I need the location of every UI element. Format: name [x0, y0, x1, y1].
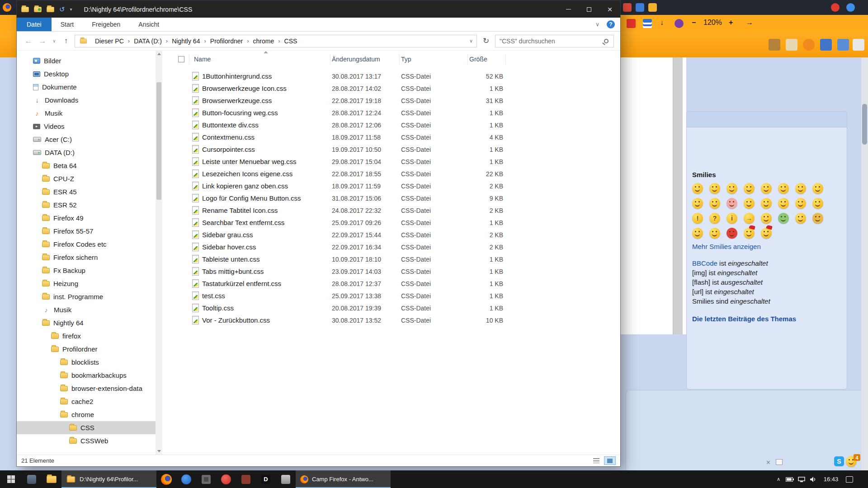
smiley-icon[interactable] [761, 213, 772, 224]
breadcrumb-item[interactable]: Profilordner [207, 38, 246, 45]
recent-locations-chevron-icon[interactable]: ∨ [51, 38, 57, 43]
toolbar-button-icon[interactable] [786, 39, 797, 51]
file-row[interactable]: Vor - Zurückbutton.css30.08.2017 13:52CS… [173, 314, 620, 326]
file-row[interactable]: Tabs mittig+bunt.css23.09.2017 14:03CSS-… [173, 265, 620, 277]
folder-check-icon[interactable] [34, 7, 42, 12]
smiley-icon[interactable] [812, 198, 823, 209]
smiley-icon[interactable] [795, 213, 806, 224]
extension-icon[interactable] [636, 3, 644, 12]
file-row[interactable]: Cursorpointer.css19.09.2017 10:50CSS-Dat… [173, 143, 620, 155]
file-row[interactable]: test.css25.09.2017 13:38CSS-Datei1 KB [173, 290, 620, 302]
download-arrow-icon[interactable]: ↓ [660, 19, 664, 27]
taskbar-task-firefox[interactable]: Camp Firefox - Antwo... [296, 470, 391, 488]
adblock-icon[interactable] [627, 19, 636, 28]
action-center-icon[interactable] [843, 476, 856, 483]
scroll-down-icon[interactable] [157, 450, 161, 452]
file-explorer-icon[interactable] [42, 470, 61, 488]
file-row[interactable]: Tableiste unten.css10.09.2017 18:10CSS-D… [173, 253, 620, 265]
tree-item[interactable]: Dokumente [17, 80, 156, 94]
smiley-icon[interactable] [744, 198, 755, 209]
tree-item[interactable]: bookmarkbackups [17, 369, 156, 382]
tree-item[interactable]: cache2 [17, 395, 156, 408]
scroll-up-icon[interactable] [157, 53, 161, 55]
smiley-icon[interactable] [761, 183, 772, 194]
extension-icon[interactable] [648, 3, 657, 12]
extension-icon[interactable] [846, 3, 855, 12]
minimize-button[interactable] [558, 1, 579, 18]
panel-scrollbar[interactable] [673, 57, 683, 334]
maximize-button[interactable] [579, 1, 599, 18]
tray-expand-chevron-icon[interactable]: ∧ [773, 476, 784, 482]
breadcrumb-item[interactable]: DATA (D:) [131, 38, 165, 45]
app-icon[interactable] [216, 470, 236, 488]
breadcrumb-item[interactable]: Dieser PC [92, 38, 127, 45]
tree-item[interactable]: CSS [17, 421, 156, 434]
file-row[interactable]: 1Buttonhintergrund.css30.08.2017 13:17CS… [173, 70, 620, 82]
smiley-icon[interactable]: i [726, 213, 737, 224]
qat-customize-chevron-icon[interactable]: ▾ [70, 7, 72, 12]
smiley-icon[interactable]: ! [692, 213, 703, 224]
tree-item[interactable]: ▸Videos [17, 120, 156, 133]
network-icon[interactable] [796, 477, 807, 482]
smiley-icon[interactable] [726, 228, 737, 239]
ribbon-tab-start[interactable]: Start [52, 18, 83, 31]
tree-item[interactable]: Nightly 64 [17, 316, 156, 329]
tree-item[interactable]: Acer (C:) [17, 133, 156, 146]
smiley-icon[interactable] [778, 183, 789, 194]
large-icons-view-button[interactable] [604, 456, 616, 465]
tree-item[interactable]: chrome [17, 408, 156, 421]
app-icon[interactable] [236, 470, 256, 488]
tree-item[interactable]: DATA (D:) [17, 146, 156, 159]
ribbon-tab-ansicht[interactable]: Ansicht [129, 18, 168, 31]
tree-item[interactable]: Desktop [17, 67, 156, 80]
skype-status-icon[interactable]: S [834, 456, 844, 466]
details-view-button[interactable] [590, 456, 602, 465]
file-row[interactable]: Sidebar hover.css22.09.2017 16:34CSS-Dat… [173, 241, 620, 253]
help-icon[interactable]: ? [607, 20, 615, 28]
undo-icon[interactable]: ↺ [59, 6, 65, 13]
smiley-icon[interactable] [744, 183, 755, 194]
address-box[interactable]: Dieser PC›DATA (D:)›Nightly 64›Profilord… [75, 35, 477, 47]
breadcrumb-item[interactable]: CSS [281, 38, 301, 45]
more-smilies-link[interactable]: Mehr Smilies anzeigen [692, 243, 849, 250]
volume-icon[interactable] [807, 477, 819, 482]
file-row[interactable]: Leiste unter Menuebar weg.css29.08.2017 … [173, 155, 620, 168]
addon-icon[interactable] [675, 19, 684, 28]
smiley-icon[interactable] [795, 183, 806, 194]
toolbar-button-icon[interactable] [803, 39, 815, 51]
file-row[interactable]: Lesezeichen Icons eigene.css22.08.2017 1… [173, 168, 620, 180]
file-row[interactable]: Browserwerkzeuge.css22.08.2017 19:18CSS-… [173, 94, 620, 107]
smiley-icon[interactable] [692, 228, 703, 239]
column-header-date[interactable]: Änderungsdatum [330, 54, 400, 64]
page-scrollbar-thumb[interactable] [862, 104, 867, 145]
battery-icon[interactable] [784, 477, 796, 482]
clock[interactable]: 16:43 [819, 476, 843, 483]
smiley-icon[interactable] [744, 228, 755, 239]
tree-item[interactable]: Bilder [17, 54, 156, 67]
up-icon[interactable]: ↑ [61, 37, 71, 46]
tree-item[interactable]: firefox [17, 329, 156, 343]
tree-item[interactable]: blocklists [17, 356, 156, 369]
back-icon[interactable]: ← [23, 37, 34, 46]
taskbar-app-icon[interactable] [22, 470, 42, 488]
smiley-icon[interactable] [778, 213, 789, 224]
smiley-icon[interactable] [709, 183, 720, 194]
explorer-titlebar[interactable]: ↺ ▾ D:\Nightly 64\Profilordner\chrome\CS… [17, 1, 620, 18]
smiley-icon[interactable] [726, 183, 737, 194]
zoom-level[interactable]: 120% [703, 19, 722, 27]
ribbon-tab-freigeben[interactable]: Freigeben [83, 18, 129, 31]
firefox-icon[interactable] [156, 470, 176, 488]
breadcrumb-item[interactable]: Nightly 64 [169, 38, 203, 45]
bookmarks-icon[interactable] [643, 19, 652, 28]
smiley-icon[interactable]: → [744, 213, 755, 224]
tree-item[interactable]: Firefox Codes etc [17, 238, 156, 251]
smiley-icon[interactable] [761, 228, 772, 239]
tree-item[interactable]: Heizung [17, 277, 156, 290]
app-icon[interactable] [276, 470, 296, 488]
breadcrumb-item[interactable]: chrome [250, 38, 278, 45]
thunderbird-icon[interactable] [176, 470, 196, 488]
tree-item[interactable]: browser-extension-data [17, 382, 156, 395]
file-row[interactable]: Link kopieren ganz oben.css18.09.2017 11… [173, 180, 620, 192]
search-icon[interactable] [604, 39, 609, 43]
zoom-in-icon[interactable]: + [729, 19, 733, 27]
